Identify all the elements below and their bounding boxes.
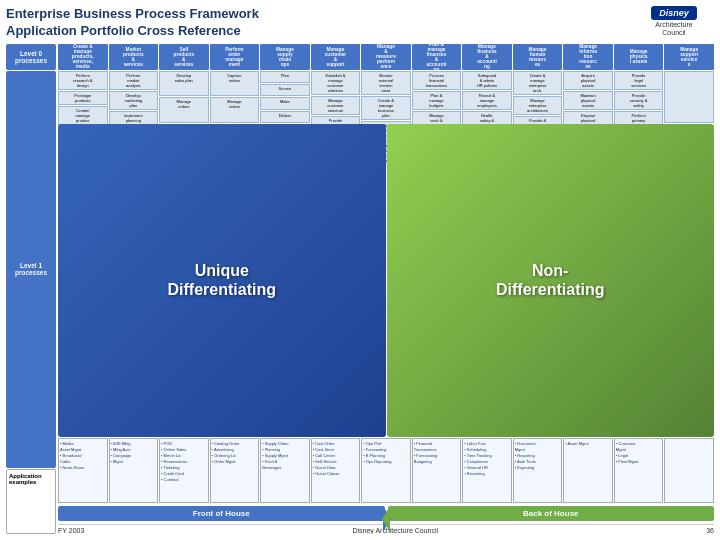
col-header-7: Plan &managefinances&accounting: [412, 44, 462, 70]
app-item: Beverages: [262, 465, 308, 471]
l1-cell: Performresearch &design: [58, 71, 108, 90]
l1-cell: Create &manageenterprisearch.: [513, 71, 563, 95]
app-item: • Asset Mgmt: [565, 441, 611, 447]
logo-area: Disney ArchitectureCouncil: [634, 6, 714, 38]
front-of-house-banner: Front of House: [58, 506, 385, 521]
app-item: • Broadcast/ Cable: [60, 453, 106, 465]
col-header-4: Managesupplychainops: [260, 44, 310, 70]
columns-area: Create &manageproducts,services,media Ma…: [58, 44, 714, 534]
l1-cell: Plan &managebudgets: [412, 91, 462, 110]
footer-year: FY 2003: [58, 527, 84, 534]
col-header-5: Managecustomer&support: [311, 44, 361, 70]
level1-cells-row: Performresearch &design Prototypeproduct…: [58, 71, 714, 123]
col-header-10: ManageInformationresources: [563, 44, 613, 70]
app-col-3: • Catalog Order • Advertising • Ordering…: [210, 438, 260, 503]
l1-cell: Providesecurity &safety: [614, 91, 664, 110]
l1-cell: Deliver: [260, 111, 310, 123]
level1-label: Level 1 processes: [6, 71, 56, 468]
footer-center: Disney Architecture Council: [352, 527, 438, 534]
label-column: Level 0 processes Level 1 processes Appl…: [6, 44, 56, 534]
l1-cell: Safeguard& adminHR policies: [462, 71, 512, 90]
col-header-6: Manage&measureperformance: [361, 44, 411, 70]
col-header-1: Marketproducts&services: [109, 44, 159, 70]
app-item: • News Room: [60, 465, 106, 471]
app-col-10: • Asset Mgmt: [563, 438, 613, 503]
unique-differentiating-panel: Unique Differentiating: [58, 124, 386, 437]
app-col-1: • B2B Mktg • Mktg Auto • Campaign • Mgmt: [109, 438, 159, 503]
l1-cell: Establish &managecustomerrelations: [311, 71, 361, 95]
col-header-12: Managesupportservices: [664, 44, 714, 70]
unique-differentiating-text: Unique Differentiating: [168, 261, 276, 299]
app-item: • Order Mgmt: [212, 459, 258, 465]
l1-cell: Make: [260, 97, 310, 109]
l1-col-11: Providelegalservices Providesecurity &sa…: [614, 71, 664, 123]
main-content: Level 0 processes Level 1 processes Appl…: [6, 44, 714, 534]
col-header-0: Create &manageproducts,services,media: [58, 44, 108, 70]
l1-cell: Maintainphysicalassets: [563, 91, 613, 110]
footer-page: 36: [706, 527, 714, 534]
l1-cell: Processfinancialtransactions: [412, 71, 462, 90]
app-col-7: • Financial Transactions • Forecasting B…: [412, 438, 462, 503]
l1-col-5: Establish &managecustomerrelations Manag…: [311, 71, 361, 123]
l1-cell: Acquirephysicalassets: [563, 71, 613, 90]
page-wrapper: Enterprise Business Process Framework Ap…: [0, 0, 720, 540]
front-of-house-label: Front of House: [193, 509, 250, 518]
l1-cell: Manageorders: [210, 97, 260, 123]
l1-cell: Plan: [260, 71, 310, 83]
l1-cell: Managecustomerstructure: [311, 96, 361, 115]
l1-cell: Create/manageproduct: [58, 106, 108, 125]
app-item: • Media Asset Mgmt: [60, 441, 106, 453]
l1-cell: Source: [260, 84, 310, 96]
l1-col-8: Safeguard& adminHR policies Recruit &man…: [462, 71, 512, 123]
col-header-2: Sellproducts&services: [159, 44, 209, 70]
l1-col-1: Performmarketanalysis Developmarketingpl…: [109, 71, 159, 123]
l1-cell: Providelegalservices: [614, 71, 664, 90]
app-item: • Fleet Mgmt: [616, 459, 662, 465]
l1-col-12: [664, 71, 714, 123]
l1-cell: Developsales plan: [159, 71, 209, 97]
app-col-6: • Ops Perf • Forecasting • B Planning • …: [361, 438, 411, 503]
non-differentiating-panel: Non- Differentiating: [387, 124, 715, 437]
l1-cell: Performmarketanalysis: [109, 71, 159, 90]
app-examples-row: • Media Asset Mgmt • Broadcast/ Cable • …: [58, 438, 714, 503]
app-item: • Mgmt: [111, 459, 157, 465]
header: Enterprise Business Process Framework Ap…: [6, 6, 714, 40]
app-item: • Recruiting: [464, 471, 510, 477]
l1-cell: Prototypeproducts: [58, 91, 108, 105]
l1-col-2: Developsales plan Manageorders: [159, 71, 209, 123]
l1-cell: Implementplanning: [109, 111, 159, 125]
col-header-8: Managefinances&accounting: [462, 44, 512, 70]
l1-col-10: Acquirephysicalassets Maintainphysicalas…: [563, 71, 613, 123]
title-line1: Enterprise Business Process Framework: [6, 6, 259, 21]
app-item: • Contract: [161, 477, 207, 483]
level0-label: Level 0 processes: [6, 44, 56, 70]
l1-cell: [664, 71, 714, 123]
house-banners: Front of House Back of House: [58, 506, 714, 521]
back-of-house-label: Back of House: [523, 509, 579, 518]
l1-col-3: Captureorders Manageorders: [210, 71, 260, 123]
l1-cell: Monitorexternalenvironment: [361, 71, 411, 95]
l1-col-6: Monitorexternalenvironment Create &manag…: [361, 71, 411, 123]
app-col-12: [664, 438, 714, 503]
l1-col-0: Performresearch &design Prototypeproduct…: [58, 71, 108, 123]
l1-col-4: Plan Source Make Deliver: [260, 71, 310, 123]
app-col-5: • Cust Order • Cust Store • Call Center …: [311, 438, 361, 503]
app-item: • Ops Reporting: [363, 459, 409, 465]
council-label: ArchitectureCouncil: [655, 21, 692, 38]
app-col-8: • Labor Fcst • Scheduling • Time Trackin…: [462, 438, 512, 503]
l1-cell: Manageorders: [159, 97, 209, 123]
l1-cell: Developmarketingplan: [109, 91, 159, 110]
app-item: • Guest Clause: [313, 471, 359, 477]
header-title: Enterprise Business Process Framework Ap…: [6, 6, 259, 40]
differentiating-area: Unique Differentiating Non- Differentiat…: [58, 124, 714, 437]
l1-col-9: Create &manageenterprisearch. Manageente…: [513, 71, 563, 123]
col-header-3: Performordermanagement: [210, 44, 260, 70]
app-col-0: • Media Asset Mgmt • Broadcast/ Cable • …: [58, 438, 108, 503]
l1-cell: Captureorders: [210, 71, 260, 97]
title-line2: Application Portfolio Cross Reference: [6, 23, 241, 38]
app-item: • Exporting: [515, 465, 561, 471]
app-col-11: • Customer Mgmt • Legal • Fleet Mgmt: [614, 438, 664, 503]
l1-col-7: Processfinancialtransactions Plan &manag…: [412, 71, 462, 123]
app-col-9: • Document Mgmt • Reporting • Auth Tools…: [513, 438, 563, 503]
disney-logo: Disney: [651, 6, 697, 20]
